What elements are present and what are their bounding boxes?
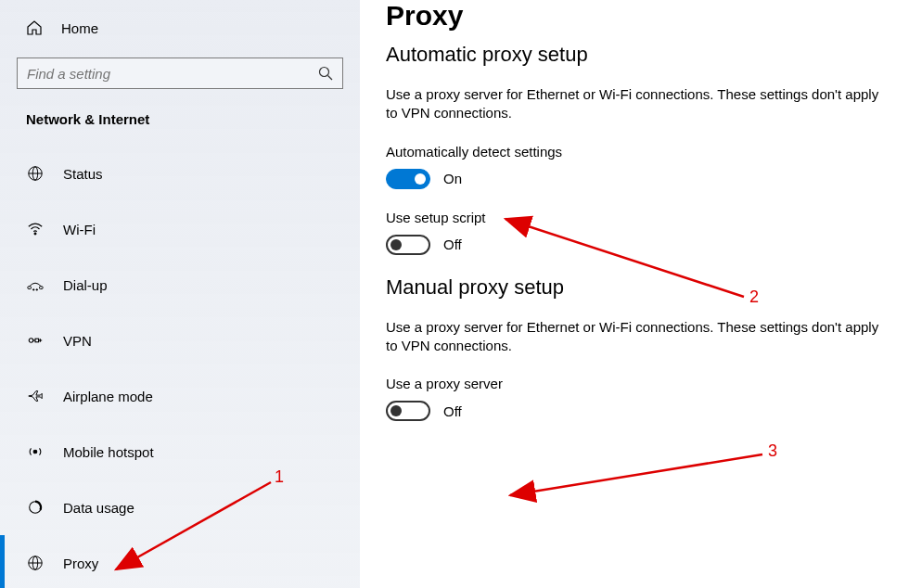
hotspot-icon bbox=[26, 442, 45, 461]
sidebar-item-hotspot[interactable]: Mobile hotspot bbox=[0, 424, 360, 479]
globe-icon bbox=[26, 164, 45, 183]
sidebar-item-label: Data usage bbox=[63, 500, 134, 516]
svg-rect-6 bbox=[28, 287, 32, 289]
home-label: Home bbox=[61, 20, 98, 36]
sidebar-item-label: Status bbox=[63, 166, 103, 182]
sidebar-item-label: Dial-up bbox=[63, 277, 108, 293]
sidebar-item-label: Mobile hotspot bbox=[63, 444, 154, 460]
svg-line-1 bbox=[328, 76, 333, 81]
svg-rect-7 bbox=[40, 287, 44, 289]
manual-proxy-description: Use a proxy server for Ethernet or Wi-Fi… bbox=[386, 318, 883, 356]
sidebar-item-label: Airplane mode bbox=[63, 389, 153, 404]
search-icon bbox=[318, 66, 333, 81]
auto-proxy-description: Use a proxy server for Ethernet or Wi-Fi… bbox=[386, 85, 883, 123]
auto-proxy-section-title: Automatic proxy setup bbox=[386, 43, 883, 67]
home-icon bbox=[26, 19, 43, 36]
page-title: Proxy bbox=[386, 0, 883, 32]
svg-point-10 bbox=[29, 339, 33, 343]
sidebar-item-label: Wi-Fi bbox=[63, 222, 96, 237]
wifi-icon bbox=[26, 220, 45, 238]
search-input[interactable] bbox=[27, 66, 318, 82]
use-proxy-label: Use a proxy server bbox=[386, 376, 883, 391]
sidebar-item-label: Proxy bbox=[63, 556, 98, 571]
proxy-icon bbox=[26, 554, 45, 572]
sidebar-item-proxy[interactable]: Proxy bbox=[0, 535, 360, 588]
setup-script-toggle[interactable] bbox=[386, 235, 430, 255]
content-panel: Proxy Automatic proxy setup Use a proxy … bbox=[360, 0, 909, 588]
auto-detect-toggle[interactable] bbox=[386, 169, 430, 189]
annotation-label-3: 3 bbox=[768, 441, 777, 461]
use-proxy-toggle[interactable] bbox=[386, 401, 430, 421]
search-box[interactable] bbox=[17, 58, 343, 89]
sidebar-item-label: VPN bbox=[63, 333, 92, 349]
annotation-label-2: 2 bbox=[749, 288, 759, 307]
sidebar-item-dialup[interactable]: Dial-up bbox=[0, 257, 360, 313]
svg-point-0 bbox=[320, 68, 329, 77]
data-usage-icon bbox=[26, 498, 45, 517]
sidebar-item-airplane[interactable]: Airplane mode bbox=[0, 368, 360, 424]
home-link[interactable]: Home bbox=[0, 7, 360, 48]
category-title: Network & Internet bbox=[0, 111, 360, 146]
dialup-icon bbox=[26, 275, 45, 294]
sidebar-item-wifi[interactable]: Wi-Fi bbox=[0, 201, 360, 257]
svg-point-8 bbox=[32, 289, 33, 290]
svg-point-13 bbox=[33, 450, 37, 454]
vpn-icon bbox=[26, 331, 45, 350]
airplane-icon bbox=[26, 387, 45, 405]
manual-proxy-section-title: Manual proxy setup bbox=[386, 275, 883, 300]
sidebar-item-datausage[interactable]: Data usage bbox=[0, 479, 360, 535]
sidebar-item-vpn[interactable]: VPN bbox=[0, 313, 360, 368]
setup-script-label: Use setup script bbox=[386, 210, 883, 225]
setup-script-state: Off bbox=[443, 236, 462, 252]
svg-rect-11 bbox=[35, 339, 39, 342]
svg-point-9 bbox=[36, 289, 37, 290]
auto-detect-state: On bbox=[443, 171, 462, 186]
use-proxy-state: Off bbox=[443, 403, 462, 419]
annotation-label-1: 1 bbox=[275, 467, 284, 487]
sidebar: Home Network & Internet Status Wi-Fi Dia… bbox=[0, 0, 360, 588]
svg-point-5 bbox=[34, 233, 36, 235]
auto-detect-label: Automatically detect settings bbox=[386, 144, 883, 160]
sidebar-item-status[interactable]: Status bbox=[0, 146, 360, 201]
